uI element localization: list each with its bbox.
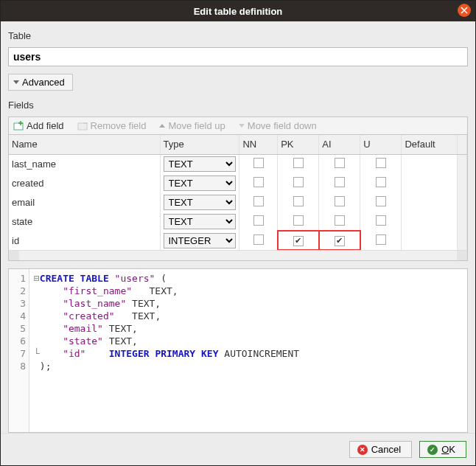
checkbox[interactable] <box>253 177 264 187</box>
type-select[interactable]: TEXT <box>164 214 237 229</box>
type-select[interactable]: TEXT <box>164 156 237 172</box>
footer: Cancel OK <box>1 433 475 465</box>
col-ai[interactable]: AI <box>319 135 360 154</box>
table-row[interactable]: stateTEXT <box>9 212 467 231</box>
ok-icon <box>427 445 438 455</box>
content: Table Advanced Fields Add field <box>1 21 475 433</box>
close-icon[interactable] <box>458 4 471 17</box>
arrow-up-icon <box>159 124 165 128</box>
move-up-button: Move field up <box>159 120 225 131</box>
add-icon <box>13 121 24 131</box>
field-name[interactable]: id <box>9 231 160 250</box>
field-name[interactable]: last_name <box>9 154 160 173</box>
field-name[interactable]: email <box>9 192 160 212</box>
titlebar: Edit table definition <box>1 1 475 21</box>
sql-panel: 12345678 ⊟CREATE TABLE "users" ( "first_… <box>8 268 468 433</box>
checkbox[interactable] <box>293 196 304 206</box>
scrollbar-header <box>457 135 466 154</box>
col-default[interactable]: Default <box>402 135 458 154</box>
checkbox[interactable] <box>293 215 304 226</box>
table-label: Table <box>8 30 468 41</box>
ok-button[interactable]: OK <box>419 441 466 458</box>
fields-panel: Add field Remove field Move field up Mov… <box>8 116 468 261</box>
col-nn[interactable]: NN <box>239 135 278 154</box>
checkbox[interactable] <box>335 177 345 187</box>
arrow-down-icon <box>239 124 245 128</box>
svg-rect-1 <box>78 123 87 130</box>
checkbox[interactable] <box>376 158 386 168</box>
checkbox[interactable] <box>376 215 386 226</box>
add-field-label: Add field <box>27 120 64 131</box>
field-name[interactable]: created <box>9 173 160 192</box>
add-field-button[interactable]: Add field <box>13 120 64 131</box>
sql-gutter: 12345678 <box>9 269 29 432</box>
checkbox[interactable] <box>376 196 386 206</box>
fields-grid: Name Type NN PK AI U Default last_nameTE… <box>9 134 467 260</box>
default-cell[interactable] <box>402 192 458 212</box>
sql-code[interactable]: ⊟CREATE TABLE "users" ( "first_name" TEX… <box>29 269 467 432</box>
table-row[interactable]: last_nameTEXT <box>9 154 467 173</box>
checkbox[interactable] <box>253 158 264 168</box>
checkbox[interactable] <box>253 234 264 245</box>
remove-field-button: Remove field <box>77 120 147 131</box>
ok-label: OK <box>441 444 455 455</box>
table-row[interactable]: emailTEXT <box>9 192 467 212</box>
advanced-label: Advanced <box>22 77 65 88</box>
cancel-icon <box>357 445 368 455</box>
checkbox[interactable] <box>293 236 304 246</box>
default-cell[interactable] <box>402 154 458 173</box>
checkbox[interactable] <box>335 236 345 246</box>
type-select[interactable]: TEXT <box>164 175 237 191</box>
cancel-label: Cancel <box>371 444 401 455</box>
col-name[interactable]: Name <box>9 135 160 154</box>
checkbox[interactable] <box>335 196 345 206</box>
checkbox[interactable] <box>293 177 304 187</box>
default-cell[interactable] <box>402 212 458 231</box>
col-type[interactable]: Type <box>160 135 239 154</box>
move-down-label: Move field down <box>248 120 317 131</box>
checkbox[interactable] <box>253 196 264 206</box>
advanced-button[interactable]: Advanced <box>8 74 73 91</box>
field-name[interactable]: state <box>9 212 160 231</box>
window-title: Edit table definition <box>194 6 283 17</box>
checkbox[interactable] <box>376 234 386 245</box>
table-row[interactable]: idINTEGER <box>9 231 467 250</box>
checkbox[interactable] <box>376 177 386 187</box>
remove-icon <box>77 121 88 131</box>
checkbox[interactable] <box>335 158 345 168</box>
move-down-button: Move field down <box>239 120 317 131</box>
cancel-button[interactable]: Cancel <box>349 441 412 458</box>
fields-label: Fields <box>8 100 468 111</box>
fields-toolbar: Add field Remove field Move field up Mov… <box>9 117 467 134</box>
move-up-label: Move field up <box>168 120 225 131</box>
checkbox[interactable] <box>253 215 264 226</box>
table-name-input[interactable] <box>8 47 468 66</box>
type-select[interactable]: INTEGER <box>164 233 237 248</box>
svg-rect-0 <box>14 123 23 130</box>
table-row[interactable]: createdTEXT <box>9 173 467 192</box>
remove-field-label: Remove field <box>91 120 147 131</box>
chevron-down-icon <box>13 80 19 84</box>
default-cell[interactable] <box>402 173 458 192</box>
type-select[interactable]: TEXT <box>164 195 237 210</box>
col-pk[interactable]: PK <box>278 135 319 154</box>
checkbox[interactable] <box>335 215 345 226</box>
col-u[interactable]: U <box>360 135 402 154</box>
horizontal-scrollbar[interactable] <box>9 250 467 260</box>
default-cell[interactable] <box>402 231 458 250</box>
window: Edit table definition Table Advanced Fie… <box>0 0 476 466</box>
checkbox[interactable] <box>293 158 304 168</box>
header-row: Name Type NN PK AI U Default <box>9 135 467 154</box>
